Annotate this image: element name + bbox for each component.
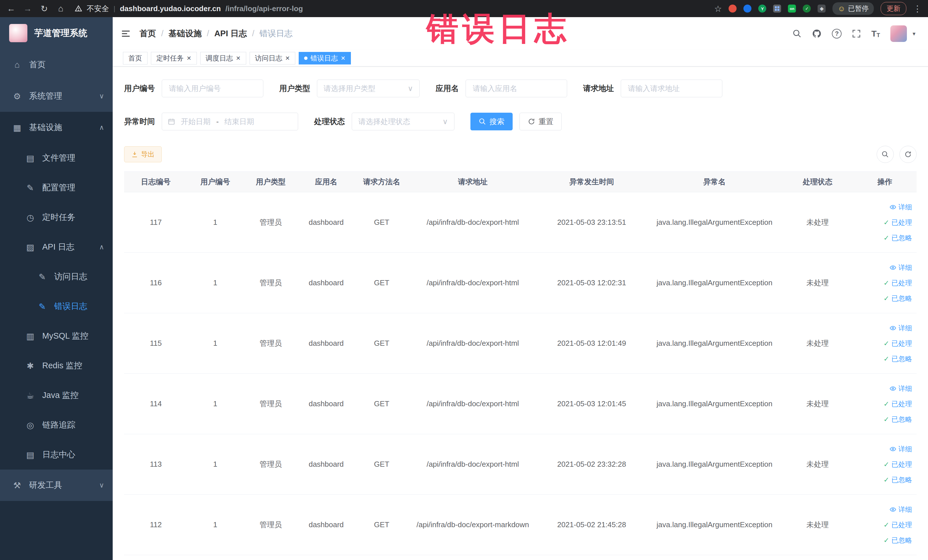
sidebar-item-java-monitor[interactable]: ☕ Java 监控: [0, 381, 113, 410]
ignore-link[interactable]: ✓已忽略: [856, 291, 912, 306]
sidebar-item-mysql-monitor[interactable]: ▥ MySQL 监控: [0, 321, 113, 351]
ignore-link[interactable]: ✓已忽略: [856, 533, 912, 548]
sidebar-item-log-center[interactable]: ▤ 日志中心: [0, 440, 113, 470]
app-name-input[interactable]: [466, 79, 567, 97]
cell-status: 未处理: [782, 313, 853, 374]
sidebar-item-system-management[interactable]: ⚙ 系统管理 ∨: [0, 81, 113, 112]
extension-icon-3[interactable]: Y: [758, 5, 766, 12]
profile-paused-badge[interactable]: ☺ 已暂停: [832, 2, 874, 15]
extension-icon-on[interactable]: on: [788, 5, 796, 12]
tab-access-logs[interactable]: 访问日志 ✕: [250, 52, 296, 64]
ignore-link[interactable]: ✓已忽略: [856, 230, 912, 246]
avatar[interactable]: [890, 25, 907, 42]
sidebar: 芋道管理系统 ⌂ 首页 ⚙ 系统管理 ∨ ▦ 基础设施 ∧ ▤ 文件管理 ✎ 配…: [0, 17, 113, 560]
help-icon[interactable]: ?: [832, 29, 841, 38]
sidebar-item-error-logs[interactable]: ✎ 错误日志: [0, 291, 113, 321]
breadcrumb-item-api-logs[interactable]: API 日志: [214, 28, 247, 40]
eye-icon: [890, 507, 896, 513]
sidebar-item-scheduled-tasks[interactable]: ◷ 定时任务: [0, 203, 113, 232]
refresh-table-button[interactable]: [899, 146, 917, 163]
processed-link[interactable]: ✓已处理: [856, 457, 912, 472]
tab-close-icon[interactable]: ✕: [340, 55, 345, 62]
sidebar-item-file-management[interactable]: ▤ 文件管理: [0, 143, 113, 173]
extension-icon-tree[interactable]: ✓: [803, 5, 811, 12]
processed-link[interactable]: ✓已处理: [856, 336, 912, 351]
tab-close-icon[interactable]: ✕: [186, 55, 191, 62]
extension-icon-1[interactable]: [729, 5, 737, 12]
font-size-icon[interactable]: TT: [871, 29, 880, 38]
tab-home[interactable]: 首页: [123, 52, 148, 64]
detail-link[interactable]: 详细: [856, 502, 912, 517]
breadcrumb-item-infrastructure[interactable]: 基础设施: [169, 28, 202, 40]
toggle-search-button[interactable]: [877, 146, 894, 163]
extension-icon-2[interactable]: [743, 5, 751, 12]
chevron-down-icon: ∨: [99, 92, 104, 100]
tab-close-icon[interactable]: ✕: [285, 55, 290, 62]
ignore-link[interactable]: ✓已忽略: [856, 412, 912, 427]
browser-menu-icon[interactable]: ⋮: [913, 4, 922, 14]
tab-close-icon[interactable]: ✕: [236, 55, 241, 62]
eye-icon: [890, 264, 896, 271]
user-id-input[interactable]: [162, 79, 263, 97]
sidebar-item-infrastructure[interactable]: ▦ 基础设施 ∧: [0, 112, 113, 143]
sidebar-item-trace[interactable]: ◎ 链路追踪: [0, 410, 113, 440]
app-title: 芋道管理系统: [34, 27, 87, 39]
extensions-puzzle-icon[interactable]: ◆: [818, 5, 826, 12]
date-range-picker[interactable]: 开始日期 - 结束日期: [162, 113, 298, 130]
tab-label: 调度日志: [206, 53, 233, 63]
detail-link[interactable]: 详细: [856, 260, 912, 275]
check-icon: ✓: [884, 234, 889, 242]
app-logo[interactable]: 芋道管理系统: [0, 17, 113, 49]
github-icon[interactable]: [812, 29, 821, 38]
tab-dispatch-logs[interactable]: 调度日志 ✕: [200, 52, 246, 64]
refresh-icon: [904, 151, 912, 158]
processed-link[interactable]: ✓已处理: [856, 215, 912, 230]
table-header-row: 日志编号 用户编号 用户类型 应用名 请求方法名 请求地址 异常发生时间 异常名…: [124, 172, 917, 192]
processed-link[interactable]: ✓已处理: [856, 517, 912, 533]
back-icon[interactable]: ←: [6, 4, 16, 14]
detail-link[interactable]: 详细: [856, 200, 912, 215]
extension-icon-grid[interactable]: [773, 5, 781, 12]
user-type-select[interactable]: 请选择用户类型 ∨: [317, 79, 420, 97]
gear-icon: ⚙: [11, 91, 23, 101]
home-browser-icon[interactable]: ⌂: [56, 4, 66, 14]
sidebar-item-config-management[interactable]: ✎ 配置管理: [0, 173, 113, 203]
tab-scheduled-tasks[interactable]: 定时任务 ✕: [151, 52, 197, 64]
search-button[interactable]: 搜索: [470, 113, 513, 130]
sidebar-item-api-logs[interactable]: ▨ API 日志 ∧: [0, 232, 113, 262]
chrome-update-button[interactable]: 更新: [881, 2, 906, 15]
fullscreen-icon[interactable]: [852, 29, 861, 38]
hamburger-icon[interactable]: [121, 29, 131, 39]
address-bar[interactable]: 不安全 | dashboard.yudao.iocoder.cn/infra/l…: [75, 4, 707, 14]
breadcrumb-item-home[interactable]: 首页: [139, 28, 156, 40]
filter-exception-time: 异常时间 开始日期 - 结束日期: [124, 113, 298, 130]
detail-link[interactable]: 详细: [856, 320, 912, 336]
column-header-actions: 操作: [853, 172, 917, 192]
detail-link[interactable]: 详细: [856, 381, 912, 396]
detail-link[interactable]: 详细: [856, 441, 912, 457]
sidebar-item-home[interactable]: ⌂ 首页: [0, 49, 113, 81]
ignore-link[interactable]: ✓已忽略: [856, 351, 912, 366]
forward-icon[interactable]: →: [23, 4, 32, 14]
reset-button[interactable]: 重置: [519, 113, 562, 130]
error-log-table: 日志编号 用户编号 用户类型 应用名 请求方法名 请求地址 异常发生时间 异常名…: [124, 171, 917, 555]
cell-exception-name: java.lang.IllegalArgumentException: [647, 313, 781, 374]
check-icon: ✓: [884, 294, 889, 302]
sidebar-item-dev-tools[interactable]: ⚒ 研发工具 ∨: [0, 470, 113, 501]
processed-label: 已处理: [891, 520, 912, 529]
sidebar-item-access-logs[interactable]: ✎ 访问日志: [0, 262, 113, 291]
export-button[interactable]: 导出: [124, 146, 162, 162]
processed-link[interactable]: ✓已处理: [856, 396, 912, 412]
reload-icon[interactable]: ↻: [40, 4, 49, 14]
tab-error-logs[interactable]: 错误日志 ✕: [299, 52, 351, 64]
column-header-exception-time: 异常发生时间: [536, 172, 647, 192]
request-url-input[interactable]: [621, 79, 722, 97]
process-status-select[interactable]: 请选择处理状态 ∨: [352, 113, 455, 130]
processed-link[interactable]: ✓已处理: [856, 275, 912, 291]
sidebar-item-redis-monitor[interactable]: ✱ Redis 监控: [0, 351, 113, 381]
cell-method: GET: [354, 434, 409, 495]
search-icon[interactable]: [792, 29, 801, 38]
ignore-link[interactable]: ✓已忽略: [856, 472, 912, 488]
bookmark-star-icon[interactable]: ☆: [714, 4, 722, 14]
avatar-caret-icon[interactable]: ▾: [913, 30, 916, 37]
